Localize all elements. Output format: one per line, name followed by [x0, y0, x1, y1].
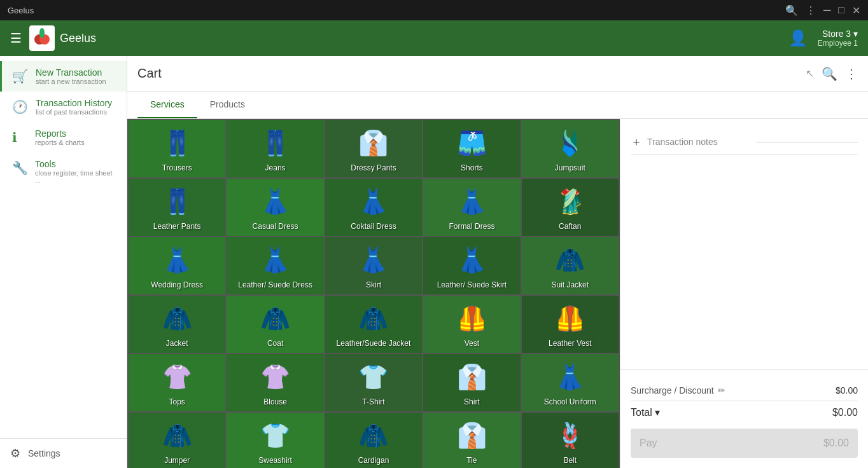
product-label-suit-jacket: Suit Jacket [551, 280, 589, 289]
product-dressy-pants[interactable]: 👔 Dressy Pants [325, 120, 422, 177]
product-image-leather-pants: 👖 [134, 184, 220, 219]
product-label-t-shirt: T-Shirt [362, 397, 384, 406]
logo-svg [31, 27, 53, 50]
product-vest[interactable]: 🦺 Vest [423, 296, 520, 353]
product-icon-school-uniform: 👗 [555, 365, 585, 389]
product-image-t-shirt: 👕 [330, 359, 417, 395]
search-titlebar-icon[interactable]: 🔍 [785, 4, 798, 17]
tools-label: Tools [35, 159, 116, 169]
product-shirt[interactable]: 👔 Shirt [423, 354, 520, 411]
sidebar-item-new-transaction[interactable]: 🛒 New Transaction start a new transactio… [0, 61, 127, 92]
product-image-cardigan: 🧥 [330, 418, 417, 453]
tab-services[interactable]: Services [137, 92, 197, 118]
product-tops[interactable]: 👚 Tops [129, 354, 225, 411]
new-transaction-text: New Transaction start a new transaction [36, 67, 106, 85]
maximize-icon[interactable]: □ [838, 4, 844, 16]
sidebar-item-transaction-history[interactable]: 🕐 Transaction History list of past trans… [0, 92, 127, 122]
surcharge-label: Surcharge / Discount ✏ [631, 385, 725, 396]
product-jumpsuit[interactable]: 🩱 Jumpsuit [522, 120, 619, 177]
product-leather-suede-dress[interactable]: 👗 Leather/ Suede Dress [227, 237, 323, 294]
product-icon-jacket: 🧥 [162, 306, 192, 331]
product-label-coktail-dress: Coktail Dress [351, 222, 396, 231]
product-jeans[interactable]: 👖 Jeans [227, 120, 323, 177]
product-skirt[interactable]: 👗 Skirt [325, 237, 422, 294]
product-label-jacket: Jacket [166, 339, 188, 348]
product-image-casual-dress: 👗 [232, 184, 318, 219]
product-t-shirt[interactable]: 👕 T-Shirt [325, 354, 422, 411]
product-icon-leather-suede-dress: 👗 [260, 248, 290, 272]
product-icon-belt: 🪢 [555, 423, 585, 448]
product-jumper[interactable]: 🧥 Jumper [129, 413, 225, 468]
cart-header-icons: ↖ 🔍 ⋮ [806, 66, 858, 81]
product-label-vest: Vest [465, 339, 479, 348]
app-bar-left: ☰ Geelus [10, 25, 96, 51]
product-trousers[interactable]: 👖 Trousers [129, 120, 225, 177]
product-coat[interactable]: 🧥 Coat [227, 296, 323, 353]
product-blouse[interactable]: 👚 Blouse [227, 354, 323, 411]
product-icon-jeans: 👖 [260, 131, 290, 155]
tab-products[interactable]: Products [197, 92, 258, 118]
search-cart-icon[interactable]: 🔍 [822, 66, 837, 81]
close-icon[interactable]: ✕ [852, 4, 860, 17]
product-school-uniform[interactable]: 👗 School Uniform [522, 354, 619, 411]
product-icon-tie: 👔 [457, 423, 487, 448]
product-label-school-uniform: School Uniform [544, 397, 596, 406]
cart-title: Cart [137, 66, 162, 81]
app-title: Geelus [60, 32, 96, 45]
sidebar-item-tools[interactable]: 🔧 Tools close register, time sheet ... [0, 153, 127, 191]
product-leather-suede-jacket[interactable]: 🧥 Leather/Suede Jacket [325, 296, 422, 353]
total-row: Total ▾ $0.00 [631, 401, 858, 423]
product-leather-suede-skirt[interactable]: 👗 Leather/ Suede Skirt [423, 237, 520, 294]
product-image-wedding-dress: 👗 [134, 242, 220, 278]
product-caftan[interactable]: 🥻 Caftan [522, 179, 619, 236]
product-label-tie: Tie [466, 456, 477, 465]
product-label-cardigan: Cardigan [358, 456, 389, 465]
product-suit-jacket[interactable]: 🧥 Suit Jacket [522, 237, 619, 294]
new-transaction-icon: 🛒 [12, 69, 28, 84]
product-cardigan[interactable]: 🧥 Cardigan [325, 413, 422, 468]
store-dropdown-icon[interactable]: ▾ [853, 29, 858, 39]
app-bar-right: 👤 Store 3 ▾ Employee 1 [788, 29, 858, 48]
add-notes-icon[interactable]: ＋ [631, 134, 642, 149]
reports-label: Reports [35, 128, 85, 139]
surcharge-edit-icon[interactable]: ✏ [718, 385, 725, 396]
more-cart-icon[interactable]: ⋮ [845, 66, 858, 81]
product-label-coat: Coat [267, 339, 283, 348]
store-name: Store 3 ▾ [818, 29, 858, 39]
product-icon-cardigan: 🧥 [358, 423, 388, 448]
product-image-formal-dress: 👗 [428, 184, 515, 219]
product-image-suit-jacket: 🧥 [527, 242, 613, 278]
store-name-text: Store 3 [822, 29, 851, 39]
product-tie[interactable]: 👔 Tie [423, 413, 520, 468]
reports-icon: ℹ [12, 130, 27, 145]
transaction-notes-label: Transaction notes [647, 137, 749, 147]
products-grid-container[interactable]: 👖 Trousers 👖 Jeans 👔 Dressy Pants 🩳 Shor… [127, 119, 620, 468]
product-leather-pants[interactable]: 👖 Leather Pants [129, 179, 225, 236]
logo-icon [29, 25, 55, 51]
product-image-belt: 🪢 [527, 418, 613, 453]
pay-button[interactable]: Pay $0.00 [631, 429, 858, 458]
product-belt[interactable]: 🪢 Belt [522, 413, 619, 468]
product-label-blouse: Blouse [263, 397, 287, 406]
product-coktail-dress[interactable]: 👗 Coktail Dress [325, 179, 422, 236]
surcharge-label-text: Surcharge / Discount [631, 385, 714, 396]
product-jacket[interactable]: 🧥 Jacket [129, 296, 225, 353]
reports-text: Reports reports & charts [35, 128, 85, 146]
product-sweashirt[interactable]: 👕 Sweashirt [227, 413, 323, 468]
more-titlebar-icon[interactable]: ⋮ [806, 4, 816, 17]
product-label-leather-vest: Leather Vest [549, 339, 591, 348]
product-leather-vest[interactable]: 🦺 Leather Vest [522, 296, 619, 353]
sidebar-settings[interactable]: ⚙ Settings [0, 438, 127, 468]
cart-panel-footer: Surcharge / Discount ✏ $0.00 Total ▾ $0.… [620, 369, 868, 468]
account-icon[interactable]: 👤 [788, 29, 808, 47]
total-dropdown-icon[interactable]: ▾ [655, 406, 660, 418]
sidebar-item-reports[interactable]: ℹ Reports reports & charts [0, 122, 127, 153]
minimize-icon[interactable]: ─ [823, 4, 830, 16]
product-casual-dress[interactable]: 👗 Casual Dress [227, 179, 323, 236]
product-shorts[interactable]: 🩳 Shorts [423, 120, 520, 177]
product-image-shorts: 🩳 [428, 125, 515, 161]
product-wedding-dress[interactable]: 👗 Wedding Dress [129, 237, 225, 294]
product-image-trousers: 👖 [134, 125, 220, 161]
hamburger-menu[interactable]: ☰ [10, 31, 22, 46]
product-formal-dress[interactable]: 👗 Formal Dress [423, 179, 520, 236]
